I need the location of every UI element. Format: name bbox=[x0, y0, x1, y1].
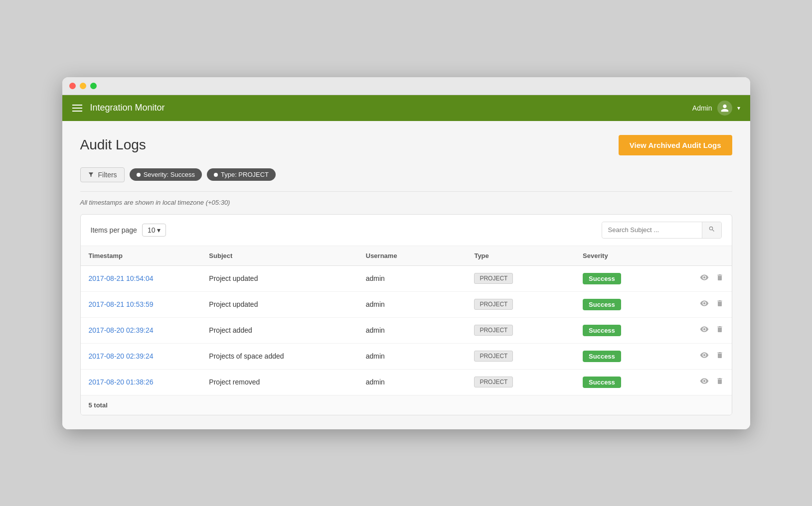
action-icons-3 bbox=[679, 351, 724, 362]
view-icon-3[interactable] bbox=[700, 351, 709, 362]
filters-label: Filters bbox=[98, 171, 117, 179]
filters-button[interactable]: Filters bbox=[80, 167, 125, 182]
table-toolbar: Items per page 10 ▾ bbox=[81, 215, 732, 246]
filter-tag-type-label: Type: PROJECT bbox=[221, 171, 269, 178]
cell-timestamp-3: 2017-08-20 02:39:24 bbox=[81, 343, 201, 369]
filter-tag-dot-2 bbox=[214, 173, 218, 177]
col-header-severity: Severity bbox=[575, 246, 671, 266]
search-box bbox=[602, 222, 722, 239]
filter-icon bbox=[88, 171, 94, 178]
table-row: 2017-08-20 01:38:26 Project removed admi… bbox=[81, 369, 732, 395]
cell-severity-3: Success bbox=[575, 343, 671, 369]
cell-subject-3: Projects of space added bbox=[201, 343, 357, 369]
cell-type-2: PROJECT bbox=[466, 317, 575, 343]
table-row: 2017-08-20 02:39:24 Projects of space ad… bbox=[81, 343, 732, 369]
table-row: 2017-08-20 02:39:24 Project added admin … bbox=[81, 317, 732, 343]
cell-subject-1: Project updated bbox=[201, 291, 357, 317]
search-input[interactable] bbox=[602, 223, 702, 237]
filter-tag-dot bbox=[137, 173, 141, 177]
timestamp-link-1[interactable]: 2017-08-21 10:53:59 bbox=[89, 300, 154, 308]
maximize-button[interactable] bbox=[90, 83, 97, 89]
search-icon bbox=[708, 226, 715, 233]
cell-severity-4: Success bbox=[575, 369, 671, 395]
cell-actions-2 bbox=[671, 317, 732, 343]
type-badge-3: PROJECT bbox=[474, 351, 513, 362]
audit-log-table: Timestamp Subject Username Type Severity… bbox=[81, 246, 732, 395]
navbar: Integration Monitor Admin ▾ bbox=[62, 95, 750, 121]
cell-timestamp-2: 2017-08-20 02:39:24 bbox=[81, 317, 201, 343]
view-icon-2[interactable] bbox=[700, 325, 709, 336]
type-badge-4: PROJECT bbox=[474, 377, 513, 387]
page-title: Audit Logs bbox=[80, 137, 146, 153]
table-row: 2017-08-21 10:54:04 Project updated admi… bbox=[81, 265, 732, 291]
filter-tag-severity-label: Severity: Success bbox=[144, 171, 195, 178]
timestamp-link-2[interactable]: 2017-08-20 02:39:24 bbox=[89, 326, 154, 334]
view-icon-0[interactable] bbox=[700, 273, 709, 284]
timezone-note: All timestamps are shown in local timezo… bbox=[80, 199, 732, 206]
view-icon-4[interactable] bbox=[700, 377, 709, 388]
table-container: Items per page 10 ▾ bbox=[80, 214, 732, 415]
cell-username-1: admin bbox=[358, 291, 467, 317]
filter-tag-type[interactable]: Type: PROJECT bbox=[207, 168, 276, 181]
cell-severity-2: Success bbox=[575, 317, 671, 343]
cell-timestamp-0: 2017-08-21 10:54:04 bbox=[81, 265, 201, 291]
cell-actions-1 bbox=[671, 291, 732, 317]
cell-type-1: PROJECT bbox=[466, 291, 575, 317]
delete-icon-0[interactable] bbox=[716, 273, 724, 284]
minimize-button[interactable] bbox=[80, 83, 86, 89]
items-per-page-value: 10 bbox=[148, 226, 156, 234]
table-header-row: Timestamp Subject Username Type Severity bbox=[81, 246, 732, 266]
delete-icon-3[interactable] bbox=[716, 351, 724, 362]
cell-subject-4: Project removed bbox=[201, 369, 357, 395]
cell-username-0: admin bbox=[358, 265, 467, 291]
severity-badge-3: Success bbox=[583, 351, 621, 362]
cell-severity-1: Success bbox=[575, 291, 671, 317]
view-icon-1[interactable] bbox=[700, 299, 709, 310]
items-per-page-select[interactable]: 10 ▾ bbox=[142, 224, 166, 237]
navbar-left: Integration Monitor bbox=[72, 103, 165, 113]
type-badge-2: PROJECT bbox=[474, 325, 513, 336]
app-window: Integration Monitor Admin ▾ Audit Logs V… bbox=[62, 77, 750, 429]
severity-badge-2: Success bbox=[583, 325, 621, 336]
table-footer: 5 total bbox=[81, 395, 732, 415]
severity-badge-1: Success bbox=[583, 299, 621, 310]
action-icons-0 bbox=[679, 273, 724, 284]
titlebar bbox=[62, 77, 750, 95]
nav-username: Admin bbox=[692, 104, 712, 112]
action-icons-1 bbox=[679, 299, 724, 310]
main-content: Audit Logs View Archived Audit Logs Filt… bbox=[62, 121, 750, 429]
cell-username-4: admin bbox=[358, 369, 467, 395]
items-per-page-label: Items per page bbox=[91, 226, 137, 234]
cell-username-2: admin bbox=[358, 317, 467, 343]
avatar bbox=[717, 101, 732, 116]
cell-username-3: admin bbox=[358, 343, 467, 369]
col-header-subject: Subject bbox=[201, 246, 357, 266]
table-row: 2017-08-21 10:53:59 Project updated admi… bbox=[81, 291, 732, 317]
hamburger-menu[interactable] bbox=[72, 105, 82, 112]
action-icons-2 bbox=[679, 325, 724, 336]
col-header-type: Type bbox=[466, 246, 575, 266]
view-archived-button[interactable]: View Archived Audit Logs bbox=[619, 135, 732, 155]
filters-row: Filters Severity: Success Type: PROJECT bbox=[80, 167, 732, 192]
delete-icon-4[interactable] bbox=[716, 377, 724, 388]
col-header-username: Username bbox=[358, 246, 467, 266]
close-button[interactable] bbox=[69, 83, 76, 89]
cell-timestamp-4: 2017-08-20 01:38:26 bbox=[81, 369, 201, 395]
search-button[interactable] bbox=[702, 222, 721, 238]
cell-subject-2: Project added bbox=[201, 317, 357, 343]
severity-badge-4: Success bbox=[583, 377, 621, 388]
navbar-right: Admin ▾ bbox=[692, 101, 740, 116]
timestamp-link-4[interactable]: 2017-08-20 01:38:26 bbox=[89, 378, 154, 386]
cell-type-0: PROJECT bbox=[466, 265, 575, 291]
type-badge-0: PROJECT bbox=[474, 273, 513, 284]
filter-tag-severity[interactable]: Severity: Success bbox=[130, 168, 202, 181]
delete-icon-1[interactable] bbox=[716, 299, 724, 310]
cell-type-3: PROJECT bbox=[466, 343, 575, 369]
cell-severity-0: Success bbox=[575, 265, 671, 291]
nav-dropdown-arrow[interactable]: ▾ bbox=[737, 105, 740, 112]
delete-icon-2[interactable] bbox=[716, 325, 724, 336]
select-arrow-icon: ▾ bbox=[157, 226, 161, 234]
timestamp-link-3[interactable]: 2017-08-20 02:39:24 bbox=[89, 352, 154, 360]
cell-actions-0 bbox=[671, 265, 732, 291]
timestamp-link-0[interactable]: 2017-08-21 10:54:04 bbox=[89, 274, 154, 282]
